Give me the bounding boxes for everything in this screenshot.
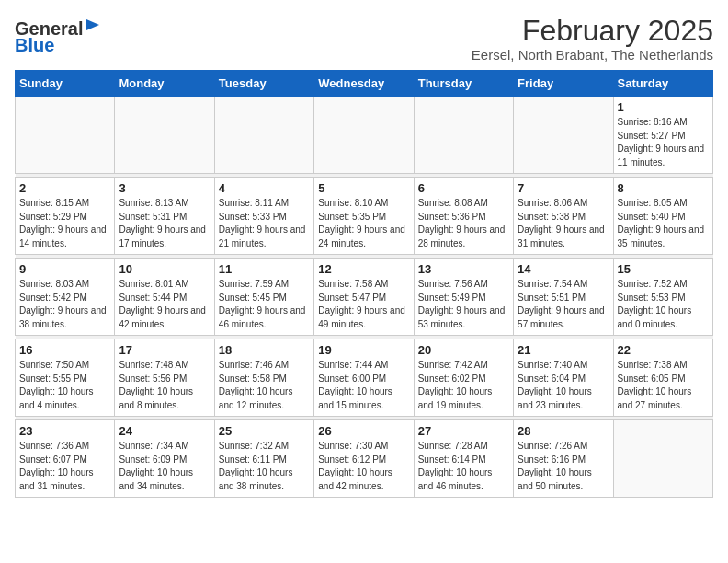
day-number: 7 [518,181,609,195]
day-info: Sunrise: 7:26 AMSunset: 6:16 PMDaylight:… [518,440,609,493]
day-number: 4 [219,181,310,195]
day-number: 24 [119,424,210,438]
day-number: 28 [518,424,609,438]
table-row: 5Sunrise: 8:10 AMSunset: 5:35 PMDaylight… [314,178,414,255]
day-number: 2 [19,181,110,195]
table-row [314,97,414,174]
day-info: Sunrise: 8:05 AMSunset: 5:40 PMDaylight:… [618,197,709,250]
day-number: 16 [19,343,110,357]
table-row [414,97,513,174]
day-number: 27 [418,424,509,438]
header-wednesday: Wednesday [314,71,414,97]
table-row: 25Sunrise: 7:32 AMSunset: 6:11 PMDayligh… [214,420,313,498]
calendar-week-row: 23Sunrise: 7:36 AMSunset: 6:07 PMDayligh… [16,420,713,498]
day-info: Sunrise: 7:56 AMSunset: 5:49 PMDaylight:… [418,278,509,331]
svg-marker-0 [86,19,99,30]
day-info: Sunrise: 7:40 AMSunset: 6:04 PMDaylight:… [518,359,609,412]
calendar-subtitle: Eersel, North Brabant, The Netherlands [472,47,713,63]
day-number: 25 [219,424,310,438]
table-row: 21Sunrise: 7:40 AMSunset: 6:04 PMDayligh… [514,339,613,417]
day-info: Sunrise: 7:28 AMSunset: 6:14 PMDaylight:… [418,440,509,493]
day-number: 6 [418,181,509,195]
day-info: Sunrise: 8:15 AMSunset: 5:29 PMDaylight:… [19,197,110,250]
table-row: 6Sunrise: 8:08 AMSunset: 5:36 PMDaylight… [414,178,513,255]
day-number: 11 [219,262,310,276]
table-row: 1Sunrise: 8:16 AMSunset: 5:27 PMDaylight… [613,97,712,174]
header-thursday: Thursday [414,71,513,97]
table-row: 26Sunrise: 7:30 AMSunset: 6:12 PMDayligh… [314,420,414,498]
day-number: 21 [518,343,609,357]
day-info: Sunrise: 7:59 AMSunset: 5:45 PMDaylight:… [219,278,310,331]
day-info: Sunrise: 7:58 AMSunset: 5:47 PMDaylight:… [318,278,409,331]
day-number: 12 [318,262,409,276]
page-container: General Blue February 2025 Eersel, North… [0,0,728,505]
day-number: 14 [518,262,609,276]
logo-blue-text: Blue [15,35,54,55]
table-row: 11Sunrise: 7:59 AMSunset: 5:45 PMDayligh… [214,259,313,336]
table-row: 28Sunrise: 7:26 AMSunset: 6:16 PMDayligh… [514,420,613,498]
table-row: 9Sunrise: 8:03 AMSunset: 5:42 PMDaylight… [16,259,115,336]
header-friday: Friday [514,71,613,97]
table-row: 12Sunrise: 7:58 AMSunset: 5:47 PMDayligh… [314,259,414,336]
table-row: 20Sunrise: 7:42 AMSunset: 6:02 PMDayligh… [414,339,513,417]
calendar-week-row: 2Sunrise: 8:15 AMSunset: 5:29 PMDaylight… [16,178,713,255]
day-info: Sunrise: 8:16 AMSunset: 5:27 PMDaylight:… [618,116,709,169]
day-number: 22 [618,343,709,357]
table-row: 13Sunrise: 7:56 AMSunset: 5:49 PMDayligh… [414,259,513,336]
day-number: 9 [19,262,110,276]
day-info: Sunrise: 7:48 AMSunset: 5:56 PMDaylight:… [119,359,210,412]
day-info: Sunrise: 8:11 AMSunset: 5:33 PMDaylight:… [219,197,310,250]
header-saturday: Saturday [613,71,712,97]
table-row [16,97,115,174]
day-info: Sunrise: 8:03 AMSunset: 5:42 PMDaylight:… [19,278,110,331]
day-info: Sunrise: 8:08 AMSunset: 5:36 PMDaylight:… [418,197,509,250]
day-info: Sunrise: 7:52 AMSunset: 5:53 PMDaylight:… [618,278,709,331]
table-row: 15Sunrise: 7:52 AMSunset: 5:53 PMDayligh… [613,259,712,336]
calendar-table: Sunday Monday Tuesday Wednesday Thursday… [15,70,713,498]
title-block: February 2025 Eersel, North Brabant, The… [472,15,713,63]
day-number: 15 [618,262,709,276]
header-sunday: Sunday [16,71,115,97]
day-info: Sunrise: 7:32 AMSunset: 6:11 PMDaylight:… [219,440,310,493]
day-number: 3 [119,181,210,195]
calendar-week-row: 1Sunrise: 8:16 AMSunset: 5:27 PMDaylight… [16,97,713,174]
day-number: 10 [119,262,210,276]
day-info: Sunrise: 8:01 AMSunset: 5:44 PMDaylight:… [119,278,210,331]
table-row: 10Sunrise: 8:01 AMSunset: 5:44 PMDayligh… [115,259,214,336]
day-info: Sunrise: 7:42 AMSunset: 6:02 PMDaylight:… [418,359,509,412]
calendar-title: February 2025 [472,15,713,47]
table-row: 17Sunrise: 7:48 AMSunset: 5:56 PMDayligh… [115,339,214,417]
table-row [214,97,313,174]
calendar-week-row: 16Sunrise: 7:50 AMSunset: 5:55 PMDayligh… [16,339,713,417]
table-row [613,420,712,498]
day-info: Sunrise: 7:30 AMSunset: 6:12 PMDaylight:… [318,440,409,493]
day-number: 17 [119,343,210,357]
day-info: Sunrise: 7:54 AMSunset: 5:51 PMDaylight:… [518,278,609,331]
table-row: 16Sunrise: 7:50 AMSunset: 5:55 PMDayligh… [16,339,115,417]
logo-arrow-icon [85,17,101,33]
table-row: 2Sunrise: 8:15 AMSunset: 5:29 PMDaylight… [16,178,115,255]
logo: General Blue [15,18,101,55]
day-number: 26 [318,424,409,438]
day-info: Sunrise: 8:06 AMSunset: 5:38 PMDaylight:… [518,197,609,250]
table-row: 4Sunrise: 8:11 AMSunset: 5:33 PMDaylight… [214,178,313,255]
day-info: Sunrise: 8:10 AMSunset: 5:35 PMDaylight:… [318,197,409,250]
day-info: Sunrise: 7:44 AMSunset: 6:00 PMDaylight:… [318,359,409,412]
table-row: 8Sunrise: 8:05 AMSunset: 5:40 PMDaylight… [613,178,712,255]
table-row [115,97,214,174]
day-number: 8 [618,181,709,195]
table-row: 14Sunrise: 7:54 AMSunset: 5:51 PMDayligh… [514,259,613,336]
day-info: Sunrise: 7:50 AMSunset: 5:55 PMDaylight:… [19,359,110,412]
table-row: 7Sunrise: 8:06 AMSunset: 5:38 PMDaylight… [514,178,613,255]
header-tuesday: Tuesday [214,71,313,97]
day-number: 5 [318,181,409,195]
day-number: 23 [19,424,110,438]
table-row [514,97,613,174]
table-row: 19Sunrise: 7:44 AMSunset: 6:00 PMDayligh… [314,339,414,417]
calendar-week-row: 9Sunrise: 8:03 AMSunset: 5:42 PMDaylight… [16,259,713,336]
table-row: 27Sunrise: 7:28 AMSunset: 6:14 PMDayligh… [414,420,513,498]
day-number: 18 [219,343,310,357]
day-info: Sunrise: 7:36 AMSunset: 6:07 PMDaylight:… [19,440,110,493]
day-info: Sunrise: 7:38 AMSunset: 6:05 PMDaylight:… [618,359,709,412]
day-number: 13 [418,262,509,276]
